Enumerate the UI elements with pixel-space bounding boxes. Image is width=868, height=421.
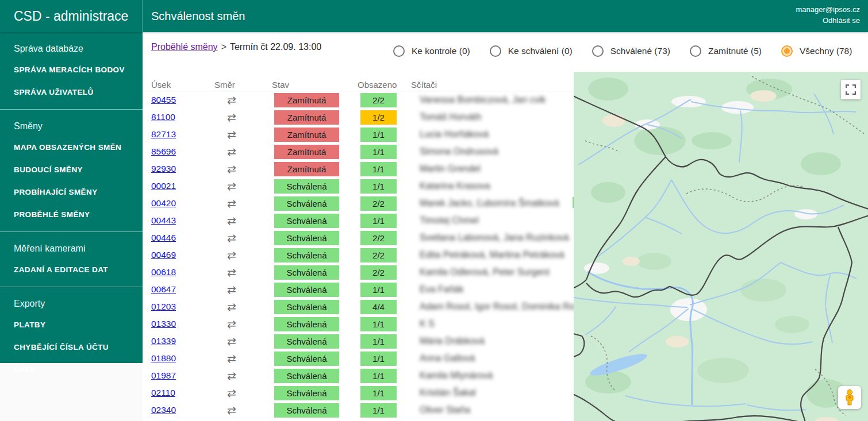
status-badge: Schválená [274, 352, 339, 366]
fullscreen-icon [846, 84, 856, 95]
table-row: 00469⇄Schválená2/2Edita Petráková, Marti… [143, 246, 574, 264]
usek-link[interactable]: 02340 [151, 405, 176, 415]
occupancy-badge: 1/1 [360, 214, 397, 228]
usek-link[interactable]: 01339 [151, 336, 176, 346]
sidebar-item-spr-va-merac-ch-bodov[interactable]: SPRÁVA MERACÍCH BODOV [0, 59, 143, 81]
swap-direction-icon: ⇄ [214, 369, 236, 383]
table-row: 80455⇄Zamítnutá2/2Vanessa Bombiczová, Ja… [143, 91, 574, 109]
usek-link[interactable]: 01330 [151, 319, 176, 329]
filter-ke-kontrole-0[interactable]: Ke kontrole (0) [393, 45, 470, 57]
occupancy-badge: 1/1 [360, 145, 397, 159]
filter-zam-tnut-5[interactable]: Zamítnuté (5) [690, 45, 762, 57]
pegman-control[interactable] [838, 386, 861, 409]
usek-link[interactable]: 80455 [151, 95, 176, 105]
status-badge: Schválená [274, 196, 339, 211]
table-row: 00618⇄Schválená2/2Kamila Odlerová, Peter… [143, 264, 574, 281]
sidebar-section: Správa databázeSPRÁVA MERACÍCH BODOVSPRÁ… [0, 32, 143, 110]
table-row: 01203⇄Schválená4/4Adam Rosol, Igor Rosol… [143, 298, 574, 315]
table-row: 92930⇄Zamítnutá1/1Martin Grendel [143, 160, 574, 177]
lake-balaton [588, 350, 648, 379]
table-header-row: ÚsekSměrStavObsazenoSčítači [143, 79, 574, 91]
usek-link[interactable]: 00618 [151, 267, 176, 277]
sidebar-item-zadan-a-editace-dat[interactable]: ZADANÍ A EDITACE DAT [0, 258, 143, 281]
status-badge: Schválená [274, 369, 339, 383]
fullscreen-button[interactable] [841, 80, 861, 99]
sidebar-section-header: Správa databáze [0, 36, 143, 59]
occupancy-badge: 1/1 [360, 352, 397, 366]
column-header-sm-r: Směr [214, 80, 272, 90]
radio-icon[interactable] [393, 45, 405, 57]
sidebar-nav: Správa databázeSPRÁVA MERACÍCH BODOVSPRÁ… [0, 32, 143, 363]
sidebar-item-chyb-j-c-sla-tu[interactable]: CHYBĚJÍCÍ ČÍSLA ÚČTU [0, 336, 143, 358]
breadcrumb-link[interactable]: Proběhlé směny [151, 42, 218, 52]
table-row: 81100⇄Zamítnutá1/2Tomáš Horváth [143, 109, 574, 126]
counter-names: Katarina Krasova [420, 181, 490, 191]
usek-link[interactable]: 85696 [151, 146, 176, 156]
occupancy-badge: 1/1 [360, 386, 397, 400]
usek-link[interactable]: 82713 [151, 129, 176, 139]
radio-icon[interactable] [592, 45, 604, 57]
sidebar-item-spr-va-u-ivatel[interactable]: SPRÁVA UŽIVATELŮ [0, 81, 143, 103]
swap-direction-icon: ⇄ [214, 145, 236, 159]
status-badge: Schválená [274, 179, 339, 194]
sidebar-section: Měření kameramiZADANÍ A EDITACE DAT [0, 232, 143, 287]
status-badge: Zamítnutá [274, 145, 339, 159]
radio-icon[interactable] [490, 45, 501, 57]
sidebar-item-budouc-sm-ny[interactable]: BUDOUCÍ SMĚNY [0, 159, 143, 181]
radio-icon[interactable] [781, 45, 793, 57]
counter-names: Marek Jacko, Ľubomíra Šmatková [420, 198, 559, 208]
radio-icon[interactable] [690, 45, 701, 57]
status-badge: Schválená [274, 248, 339, 262]
column-header-sek: Úsek [151, 80, 214, 90]
sidebar-item-data[interactable]: DATA [0, 358, 143, 381]
counter-names: K S [420, 319, 435, 329]
usek-link[interactable]: 01880 [151, 353, 176, 363]
swap-direction-icon: ⇄ [214, 283, 236, 296]
usek-link[interactable]: 00021 [151, 181, 176, 191]
filter-v-echny-78[interactable]: Všechny (78) [781, 45, 852, 57]
occupancy-badge: 1/1 [360, 283, 397, 297]
swap-direction-icon: ⇄ [214, 387, 236, 400]
table-row: 02340⇄Schválená1/1Oliver Staňa [143, 401, 574, 419]
usek-link[interactable]: 92930 [151, 164, 176, 173]
usek-link[interactable]: 02110 [151, 388, 175, 397]
usek-link[interactable]: 00647 [151, 284, 176, 294]
filter-label: Ke schválení (0) [508, 46, 573, 56]
sidebar-section-header: Směny [0, 113, 143, 136]
status-badge: Schválená [274, 403, 339, 418]
logout-link[interactable]: Odhlásit se [796, 15, 860, 26]
occupancy-badge: 1/1 [360, 128, 397, 142]
swap-direction-icon: ⇄ [214, 197, 236, 210]
status-filter-group: Ke kontrole (0)Ke schválení (0)Schválené… [393, 45, 852, 57]
status-badge: Zamítnutá [274, 93, 339, 107]
status-badge: Zamítnutá [274, 162, 339, 176]
filter-schv-len-73[interactable]: Schválené (73) [592, 45, 670, 57]
breadcrumb-current: Termín čt 22.09. 13:00 [230, 42, 321, 52]
usek-link[interactable]: 81100 [151, 112, 175, 122]
counter-names: Mária Drábková [420, 336, 485, 346]
filter-ke-schv-len-0[interactable]: Ke schválení (0) [490, 45, 573, 57]
swap-direction-icon: ⇄ [214, 111, 236, 124]
usek-link[interactable]: 00469 [151, 250, 176, 260]
usek-link[interactable]: 00420 [151, 198, 176, 208]
map-canvas[interactable] [574, 72, 868, 421]
counter-names: Kamila Mlynárová [420, 370, 493, 380]
counter-names: Kristián Šakal [420, 388, 476, 397]
filter-label: Schválené (73) [610, 46, 670, 56]
occupancy-badge: 1/1 [360, 403, 397, 418]
swap-direction-icon: ⇄ [214, 300, 236, 314]
usek-link[interactable]: 00446 [151, 233, 176, 242]
occupancy-badge: 2/2 [360, 196, 397, 211]
swap-direction-icon: ⇄ [214, 128, 236, 141]
counter-names: Svetlana Labonová, Jana Ruzinková [420, 233, 569, 242]
sidebar-item-prob-hl-sm-ny[interactable]: PROBĚHLÉ SMĚNY [0, 203, 143, 226]
usek-link[interactable]: 00443 [151, 215, 176, 225]
sidebar-section: ExportyPLATBYCHYBĚJÍCÍ ČÍSLA ÚČTUDATA [0, 287, 143, 387]
usek-link[interactable]: 01987 [151, 370, 176, 380]
sidebar-section: SměnyMAPA OBSAZENÝCH SMĚNBUDOUCÍ SMĚNYPR… [0, 110, 143, 232]
sidebar-item-platby[interactable]: PLATBY [0, 314, 143, 336]
usek-link[interactable]: 01203 [151, 302, 176, 311]
sidebar-item-mapa-obsazen-ch-sm-n[interactable]: MAPA OBSAZENÝCH SMĚN [0, 136, 143, 159]
shifts-table: ÚsekSměrStavObsazenoSčítači 80455⇄Zamítn… [143, 79, 574, 419]
sidebar-item-prob-haj-c-sm-ny[interactable]: PROBÍHAJÍCÍ SMĚNY [0, 181, 143, 203]
